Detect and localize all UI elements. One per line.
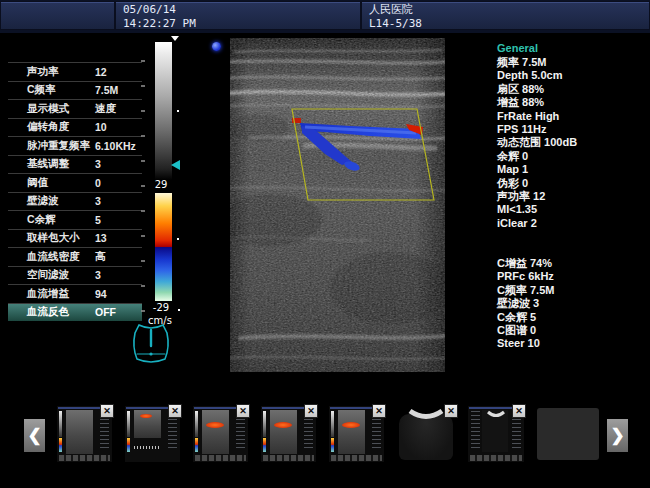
param-label: 声功率	[27, 65, 95, 79]
thumb-doppler-blob	[206, 422, 224, 428]
thumb-strip	[195, 455, 246, 461]
thumb-colorbar	[195, 438, 198, 452]
param-label: 血流线密度	[27, 250, 95, 264]
header-empty-box	[0, 1, 115, 30]
ultrasound-image[interactable]	[230, 38, 445, 372]
thumb-probe-arc	[485, 409, 507, 421]
param-row-line-density[interactable]: 血流线密度 高	[8, 247, 142, 266]
ultrasound-screen: 05/06/14 14:22:27 PM 人民医院 L14-5/38 声功率 1…	[0, 0, 650, 488]
thumb-colorbar	[331, 438, 334, 452]
focus-marker-icon[interactable]	[171, 160, 180, 170]
info-panel: General 频率 7.5M Depth 5.0cm 扇区 88% 增益 88…	[497, 40, 647, 351]
info-line: C增益 74%	[497, 257, 647, 270]
close-icon[interactable]: ✕	[512, 404, 526, 418]
color-doppler-bar	[155, 193, 172, 301]
thumb-doppler-blob	[342, 422, 360, 428]
param-row-spatial-filter[interactable]: 空间滤波 3	[8, 266, 142, 285]
close-icon[interactable]: ✕	[372, 404, 386, 418]
param-value: 12	[95, 66, 107, 78]
close-icon[interactable]: ✕	[304, 404, 318, 418]
hospital-box: 人民医院 L14-5/38	[361, 1, 650, 30]
param-value: 速度	[95, 102, 116, 116]
param-row-wall-filter[interactable]: 壁滤波 3	[8, 192, 142, 211]
filmstrip-prev-button[interactable]: ❮	[24, 419, 45, 452]
thumb-graybar	[195, 411, 198, 437]
param-value: 高	[95, 250, 106, 264]
preset-title: General	[497, 40, 647, 56]
close-icon[interactable]: ✕	[236, 404, 250, 418]
param-value: 13	[95, 232, 107, 244]
depth-ruler	[141, 60, 145, 335]
info-line: Depth 5.0cm	[497, 69, 647, 82]
param-value: OFF	[95, 306, 116, 318]
param-label: C余辉	[27, 213, 95, 227]
thumb-image	[338, 410, 365, 454]
param-value: 0	[95, 177, 101, 189]
close-icon[interactable]: ✕	[444, 404, 458, 418]
thumb-text	[471, 411, 480, 451]
thumbnail-2[interactable]: ✕	[125, 406, 180, 462]
thumb-image	[270, 410, 297, 454]
body-marker-icon[interactable]	[129, 321, 173, 371]
thumbnail-7[interactable]: ✕	[468, 406, 524, 462]
info-line: Map 1	[497, 163, 647, 176]
info-line: 声功率 12	[497, 190, 647, 203]
thumb-doppler-blob	[274, 422, 292, 428]
param-row-prf[interactable]: 脉冲重复频率 6.10KHz	[8, 136, 142, 155]
param-label: 阈值	[27, 176, 95, 190]
probe-model: L14-5/38	[369, 17, 649, 31]
param-label: 壁滤波	[27, 194, 95, 208]
scale-dot	[178, 309, 180, 311]
param-label: 偏转角度	[27, 120, 95, 134]
param-row-c-persistence[interactable]: C余辉 5	[8, 210, 142, 229]
thumbnail-4[interactable]: ✕	[261, 406, 316, 462]
scale-dot	[177, 110, 179, 112]
thumb-colorbar	[127, 438, 130, 452]
info-line: 扇区 88%	[497, 83, 647, 96]
time-text: 14:22:27 PM	[123, 17, 360, 31]
date-text: 05/06/14	[123, 3, 360, 17]
param-label: 显示模式	[27, 102, 95, 116]
thumb-colorbar	[59, 438, 62, 452]
param-row-acoustic-power[interactable]: 声功率 12	[8, 62, 142, 81]
grayscale-bar	[155, 42, 172, 180]
thumbnail-1[interactable]: ✕	[57, 406, 112, 462]
thumb-strip	[59, 455, 110, 461]
param-row-threshold[interactable]: 阈值 0	[8, 173, 142, 192]
filmstrip-next-button[interactable]: ❯	[607, 419, 628, 452]
param-row-packet-size[interactable]: 取样包大小 13	[8, 229, 142, 248]
thumb-graybar	[331, 411, 334, 437]
close-icon[interactable]: ✕	[100, 404, 114, 418]
thumb-image	[66, 410, 93, 454]
thumbnail-6[interactable]: ✕	[396, 406, 456, 462]
info-line: iClear 2	[497, 217, 647, 230]
info-line: FPS 11Hz	[497, 123, 647, 136]
thumb-graybar	[59, 411, 62, 437]
param-value: 3	[95, 269, 101, 281]
thumb-graybar	[127, 411, 130, 437]
info-line: C图谱 0	[497, 324, 647, 337]
thumbnail-5[interactable]: ✕	[329, 406, 384, 462]
param-row-steer-angle[interactable]: 偏转角度 10	[8, 118, 142, 137]
thumbnail-3[interactable]: ✕	[193, 406, 248, 462]
param-row-flow-gain[interactable]: 血流增益 94	[8, 284, 142, 303]
probe-orientation-icon	[171, 36, 179, 41]
param-row-c-frequency[interactable]: C频率 7.5M	[8, 81, 142, 100]
thumb-image	[202, 410, 229, 454]
param-label: C频率	[27, 83, 95, 97]
close-icon[interactable]: ✕	[168, 404, 182, 418]
thumb-colorbar	[263, 438, 266, 452]
param-label: 空间滤波	[27, 268, 95, 282]
param-row-display-mode[interactable]: 显示模式 速度	[8, 99, 142, 118]
info-line: MI<1.35	[497, 203, 647, 216]
param-row-baseline[interactable]: 基线调整 3	[8, 155, 142, 174]
thumb-strip	[263, 455, 314, 461]
header-bar: 05/06/14 14:22:27 PM 人民医院 L14-5/38	[0, 0, 650, 33]
info-line: 余辉 0	[497, 150, 647, 163]
param-value: 7.5M	[95, 84, 118, 96]
thumbnail-8-empty[interactable]	[537, 408, 599, 460]
param-value: 94	[95, 288, 107, 300]
param-row-flow-invert-selected[interactable]: 血流反色 OFF	[8, 303, 142, 322]
info-line: 伪彩 0	[497, 177, 647, 190]
parameter-panel: 声功率 12 C频率 7.5M 显示模式 速度 偏转角度 10 脉冲重复频率 6…	[8, 62, 142, 321]
